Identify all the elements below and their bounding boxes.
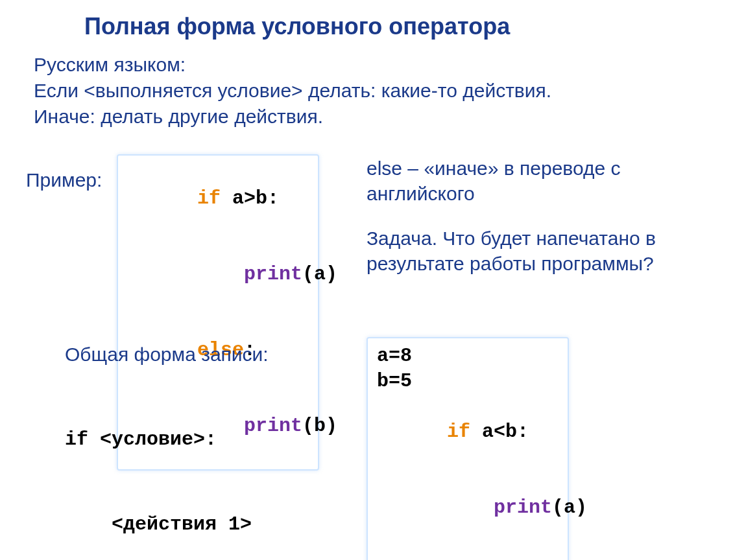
intro-line-1: Русским языком: bbox=[34, 52, 186, 77]
task-code-box: a=8 b=5 if a<b: print(a) else: print(b) bbox=[367, 337, 569, 560]
code-row: print(a) bbox=[377, 470, 559, 546]
keyword-if: if bbox=[447, 421, 470, 443]
code-row: print(a) bbox=[127, 237, 309, 312]
intro-line-3: Иначе: делать другие действия. bbox=[34, 104, 323, 129]
code-text: a>b: bbox=[221, 187, 279, 209]
code-row: <действия 1> bbox=[65, 511, 269, 539]
slide-title: Полная форма условного оператора bbox=[84, 13, 510, 40]
example-label: Пример: bbox=[26, 167, 102, 192]
code-row: if <условие>: bbox=[65, 426, 269, 454]
function-print: print bbox=[494, 496, 552, 519]
intro-line-2: Если <выполняется условие> делать: какие… bbox=[34, 78, 551, 103]
general-form-label: Общая форма записи: bbox=[65, 344, 269, 366]
function-print: print bbox=[244, 263, 302, 285]
task-question: Задача. Что будет напечатано в результат… bbox=[367, 226, 717, 276]
code-text: (a) bbox=[302, 263, 337, 285]
keyword-if: if bbox=[197, 187, 221, 209]
code-indent bbox=[447, 496, 494, 519]
code-text: (b) bbox=[302, 415, 337, 437]
code-row: a=8 bbox=[377, 344, 559, 369]
general-form-code: if <условие>: <действия 1> else: <действ… bbox=[65, 369, 269, 560]
else-translation-note: else – «иначе» в переводе с английского bbox=[367, 156, 717, 206]
code-row: if a>b: bbox=[127, 161, 309, 237]
code-text: a<b: bbox=[470, 421, 529, 443]
code-indent bbox=[197, 263, 244, 285]
code-row: if a<b: bbox=[377, 394, 559, 470]
code-text: (a) bbox=[552, 496, 587, 519]
code-row: b=5 bbox=[377, 369, 559, 394]
general-form-block: Общая форма записи: if <условие>: <дейст… bbox=[65, 344, 269, 560]
code-row: else: bbox=[377, 546, 559, 560]
